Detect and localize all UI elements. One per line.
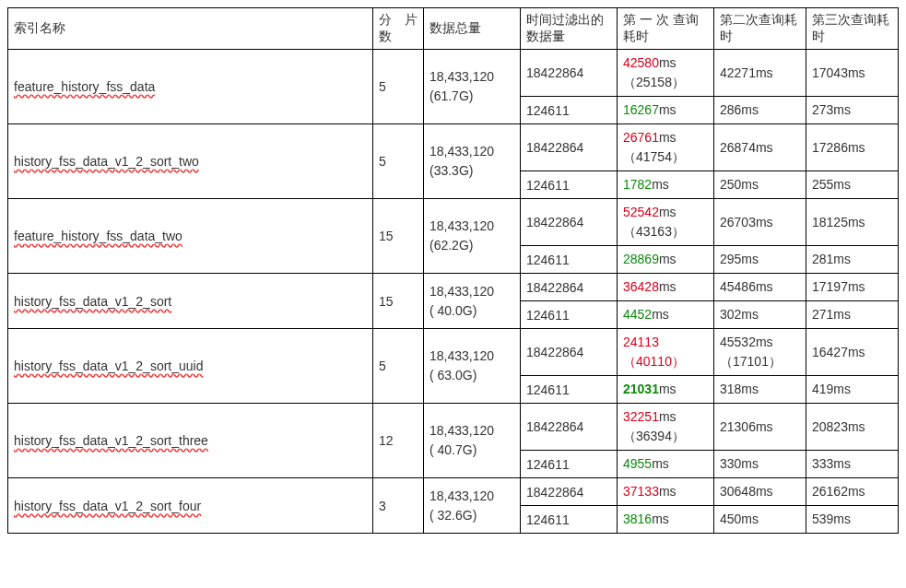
cell-second-query: 21306ms (714, 404, 806, 451)
cell-shards: 5 (373, 124, 424, 199)
first-query-value: 3816 (623, 512, 652, 526)
index-name-text: history_fss_data_v1_2_sort_three (14, 433, 208, 448)
cell-filtered: 124611 (521, 506, 618, 534)
cell-first-query: 28869ms (618, 246, 714, 274)
table-row: history_fss_data_v1_2_sort_four318,433,1… (8, 478, 899, 506)
cell-index-name: history_fss_data_v1_2_sort_uuid (8, 329, 373, 404)
cell-first-query: 32251ms（36394） (618, 404, 714, 451)
cell-second-query: 318ms (714, 376, 806, 404)
cell-first-query: 16267ms (618, 97, 714, 124)
cell-first-query: 36428ms (618, 274, 714, 301)
table-head-row: 索引名称 分 片数 数据总量 时间过滤出的数据量 第 一 次 查询耗时 第二次查… (8, 8, 899, 50)
cell-first-query: 26761ms（41754） (618, 124, 714, 171)
cell-third-query: 17197ms (806, 274, 899, 301)
table-row: history_fss_data_v1_2_sort_three1218,433… (8, 404, 899, 451)
performance-table: 索引名称 分 片数 数据总量 时间过滤出的数据量 第 一 次 查询耗时 第二次查… (7, 7, 899, 534)
cell-total-data: 18,433,120( 32.6G) (424, 478, 521, 534)
cell-first-query: 4955ms (618, 451, 714, 478)
table-row: history_fss_data_v1_2_sort1518,433,120( … (8, 274, 899, 301)
col-time-filtered: 时间过滤出的数据量 (521, 8, 618, 50)
cell-total-data: 18,433,120( 40.0G) (424, 274, 521, 329)
first-query-value: 26761 (623, 130, 659, 145)
cell-filtered: 124611 (521, 451, 618, 478)
cell-total-data: 18,433,120( 63.0G) (424, 329, 521, 404)
cell-first-query: 37133ms (618, 478, 714, 506)
cell-shards: 3 (373, 478, 424, 534)
cell-third-query: 281ms (806, 246, 899, 274)
cell-filtered: 18422864 (521, 199, 618, 246)
cell-third-query: 20823ms (806, 404, 899, 451)
cell-index-name: history_fss_data_v1_2_sort (8, 274, 373, 329)
cell-third-query: 271ms (806, 301, 899, 329)
cell-total-data: 18,433,120( 40.7G) (424, 404, 521, 478)
first-query-value: 28869 (623, 252, 659, 266)
cell-third-query: 539ms (806, 506, 899, 534)
first-query-paren: （25158） (623, 75, 685, 89)
cell-shards: 5 (373, 329, 424, 404)
cell-index-name: history_fss_data_v1_2_sort_two (8, 124, 373, 199)
cell-total-data: 18,433,120(33.3G) (424, 124, 521, 199)
first-query-value: 16267 (623, 102, 659, 117)
cell-shards: 15 (373, 274, 424, 329)
cell-first-query: 42580ms（25158） (618, 50, 714, 97)
cell-third-query: 255ms (806, 171, 899, 199)
first-query-value: 32251 (623, 409, 659, 424)
col-second-query: 第二次查询耗时 (714, 8, 806, 50)
cell-second-query: 26703ms (714, 199, 806, 246)
first-query-value: 52542 (623, 205, 659, 219)
cell-index-name: history_fss_data_v1_2_sort_four (8, 478, 373, 534)
first-query-value: 4452 (623, 307, 652, 322)
cell-second-query: 286ms (714, 97, 806, 124)
col-third-query: 第三次查询耗时 (806, 8, 899, 50)
cell-third-query: 18125ms (806, 199, 899, 246)
first-query-value: 24113 (623, 335, 659, 349)
cell-first-query: 4452ms (618, 301, 714, 329)
cell-first-query: 52542ms（43163） (618, 199, 714, 246)
col-shard-count: 分 片数 (373, 8, 424, 50)
cell-filtered: 18422864 (521, 50, 618, 97)
cell-index-name: feature_history_fss_data_two (8, 199, 373, 274)
index-name-text: feature_history_fss_data_two (14, 229, 182, 243)
index-name-text: history_fss_data_v1_2_sort_four (14, 499, 201, 513)
cell-second-query: 45486ms (714, 274, 806, 301)
table-row: feature_history_fss_data_two1518,433,120… (8, 199, 899, 246)
cell-third-query: 16427ms (806, 329, 899, 376)
cell-shards: 5 (373, 50, 424, 124)
first-query-value: 21031 (623, 382, 659, 396)
cell-filtered: 124611 (521, 376, 618, 404)
first-query-value: 4955 (623, 456, 652, 471)
index-name-text: history_fss_data_v1_2_sort_two (14, 154, 199, 169)
cell-third-query: 17043ms (806, 50, 899, 97)
col-index-name: 索引名称 (8, 8, 373, 50)
cell-second-query: 302ms (714, 301, 806, 329)
cell-third-query: 273ms (806, 97, 899, 124)
index-name-text: feature_history_fss_data (14, 79, 155, 94)
col-first-query: 第 一 次 查询耗时 (618, 8, 714, 50)
cell-filtered: 18422864 (521, 124, 618, 171)
cell-shards: 15 (373, 199, 424, 274)
cell-index-name: feature_history_fss_data (8, 50, 373, 124)
cell-filtered: 124611 (521, 97, 618, 124)
col-total-data: 数据总量 (424, 8, 521, 50)
table-row: history_fss_data_v1_2_sort_uuid518,433,1… (8, 329, 899, 376)
cell-third-query: 333ms (806, 451, 899, 478)
first-query-paren: （43163） (623, 224, 685, 239)
first-query-paren: （41754） (623, 149, 685, 164)
cell-filtered: 18422864 (521, 478, 618, 506)
first-query-value: 42580 (623, 55, 659, 70)
cell-second-query: 250ms (714, 171, 806, 199)
cell-total-data: 18,433,120(61.7G) (424, 50, 521, 124)
cell-filtered: 124611 (521, 301, 618, 329)
cell-filtered: 18422864 (521, 404, 618, 451)
first-query-paren: （40110） (623, 354, 685, 369)
cell-third-query: 26162ms (806, 478, 899, 506)
cell-total-data: 18,433,120(62.2G) (424, 199, 521, 274)
index-name-text: history_fss_data_v1_2_sort (14, 294, 171, 309)
cell-third-query: 17286ms (806, 124, 899, 171)
table-row: history_fss_data_v1_2_sort_two518,433,12… (8, 124, 899, 171)
cell-second-query: 30648ms (714, 478, 806, 506)
first-query-value: 1782 (623, 177, 652, 192)
cell-shards: 12 (373, 404, 424, 478)
first-query-value: 37133 (623, 484, 659, 499)
cell-first-query: 1782ms (618, 171, 714, 199)
